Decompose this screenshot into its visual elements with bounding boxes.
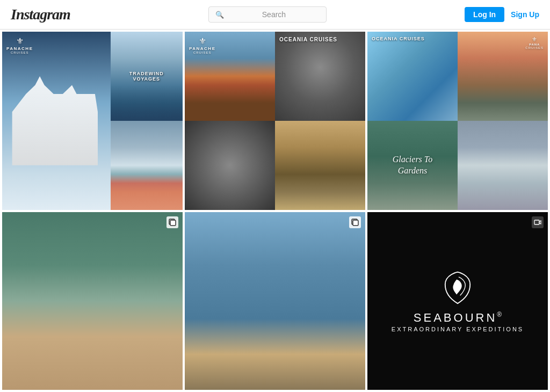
- edinburgh-image[interactable]: [275, 121, 365, 210]
- svg-rect-3: [353, 220, 358, 226]
- panache-harbor-image[interactable]: ⚜ PANACHE CRUISES: [185, 32, 275, 121]
- fjord-image[interactable]: TRADEWIND VOYAGES: [111, 32, 183, 121]
- search-icon: 🔍: [215, 11, 224, 19]
- oceania-text-3: OCEANIA CRUISES: [372, 36, 425, 41]
- seabourn-tagline: EXTRAORDINARY EXPEDITIONS: [392, 326, 524, 332]
- carousel-icon-2: [349, 216, 361, 228]
- mountain-sunset-image[interactable]: ⚜ PANA CRUISES: [458, 32, 548, 121]
- tradewind-overlay: TRADEWIND VOYAGES: [129, 71, 164, 82]
- panache-logo-3: ⚜ PANA CRUISES: [525, 36, 544, 49]
- grid-cell-6[interactable]: SEABOURN ® EXTRAORDINARY EXPEDITIONS: [367, 212, 548, 390]
- seabourn-brand-name: SEABOURN: [414, 311, 497, 325]
- svg-rect-1: [170, 220, 176, 226]
- panache-logo-2: ⚜ PANACHE CRUISES: [189, 36, 215, 54]
- norway-village-image[interactable]: [111, 121, 183, 210]
- coastal-town-image[interactable]: [458, 121, 548, 210]
- search-container: 🔍: [208, 6, 327, 23]
- grid-cell-2[interactable]: ⚜ PANACHE CRUISES OCEANIA CRUISES: [185, 32, 365, 210]
- oceania-logo-overlay: OCEANIA CRUISES: [279, 36, 337, 42]
- tradewind-sub-text: VOYAGES: [129, 76, 164, 82]
- ship-deck-image[interactable]: [2, 212, 183, 390]
- seabourn-text-block: SEABOURN ® EXTRAORDINARY EXPEDITIONS: [392, 311, 524, 332]
- glaciers-gardens-image[interactable]: Glaciers ToGardens: [367, 121, 458, 210]
- seabourn-registered: ®: [497, 311, 502, 318]
- header: Instagram 🔍 Log In Sign Up: [0, 0, 550, 30]
- search-input[interactable]: [228, 10, 320, 19]
- carousel-icon: [167, 216, 178, 228]
- puffin-image[interactable]: [185, 121, 275, 210]
- seabourn-image[interactable]: SEABOURN ® EXTRAORDINARY EXPEDITIONS: [367, 212, 548, 390]
- grid-cell-1[interactable]: ⚜ PANACHE CRUISES TRADEWIND VOYAGES: [2, 32, 183, 210]
- panache-name-2: PANACHE: [189, 46, 215, 51]
- panache-cruises-text: CRUISES: [11, 51, 29, 54]
- fleur-de-lis-icon: ⚜: [16, 36, 24, 46]
- photo-grid: ⚜ PANACHE CRUISES TRADEWIND VOYAGES ⚜ PA…: [0, 30, 550, 392]
- reels-icon: [532, 216, 544, 228]
- oceania-reindeer-image[interactable]: OCEANIA CRUISES: [275, 32, 365, 121]
- instagram-logo: Instagram: [11, 6, 70, 23]
- grid-cell-5[interactable]: [185, 212, 365, 390]
- panache-ship-image[interactable]: ⚜ PANACHE CRUISES: [2, 32, 111, 210]
- seabourn-logo-icon: [442, 270, 474, 304]
- panache-cruises-2: CRUISES: [193, 51, 212, 54]
- panache-name-text: PANACHE: [6, 46, 33, 51]
- glacier-image[interactable]: OCEANIA CRUISES: [367, 32, 458, 121]
- svg-rect-4: [534, 220, 539, 224]
- burj-alarab-image[interactable]: [185, 212, 365, 390]
- oceania-text: OCEANIA CRUISES: [279, 37, 337, 42]
- grid-cell-4[interactable]: [2, 212, 183, 390]
- header-actions: Log In Sign Up: [465, 7, 539, 22]
- tradewind-text: TRADEWIND: [129, 71, 164, 76]
- glaciers-gardens-text: Glaciers ToGardens: [393, 154, 433, 177]
- panache-logo-overlay: ⚜ PANACHE CRUISES: [6, 36, 33, 54]
- signup-button[interactable]: Sign Up: [511, 10, 539, 19]
- oceania-logo-3: OCEANIA CRUISES: [372, 36, 425, 41]
- fleur-icon-3: ⚜: [532, 36, 537, 43]
- fleur-icon-2: ⚜: [199, 36, 206, 46]
- panache-cruises-3: CRUISES: [525, 46, 544, 49]
- grid-cell-3[interactable]: OCEANIA CRUISES ⚜ PANA CRUISES Glaciers …: [367, 32, 548, 210]
- login-button[interactable]: Log In: [465, 7, 504, 22]
